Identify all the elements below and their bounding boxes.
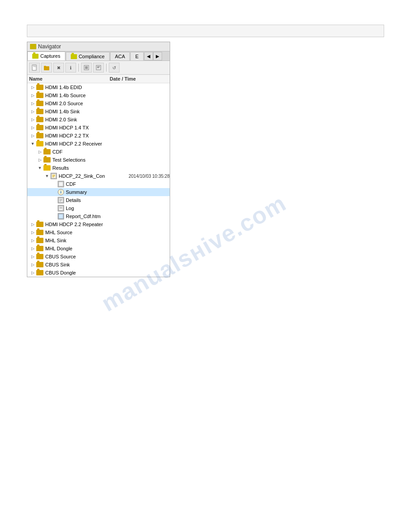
folder-icon-mhl-dongle <box>36 246 43 251</box>
expand-hdmi20-source[interactable]: ▷ <box>29 100 36 107</box>
tree-item-hdmi-hdcp22-repeater[interactable]: ▷ HDMI HDCP 2.2 Repeater <box>27 220 170 228</box>
folder-icon-hdmi20-sink <box>36 117 43 122</box>
navigator-title: Navigator <box>38 43 61 50</box>
tree-item-cbus-sink[interactable]: ▷ CBUS Sink <box>27 261 170 269</box>
label-hdmi14b-source: HDMI 1.4b Source <box>45 93 170 98</box>
expand-cdf-folder[interactable]: ▷ <box>36 148 43 155</box>
folder-icon-hdmi14b-edid <box>36 85 43 90</box>
expand-hdmi20-sink[interactable]: ▷ <box>29 116 36 123</box>
tree-item-cdf-folder[interactable]: ▷ CDF <box>27 148 170 156</box>
toolbar-info-btn[interactable]: ℹ <box>65 63 76 73</box>
tree-item-test-selections[interactable]: ▷ Test Selections <box>27 156 170 164</box>
folder-icon-cbus-dongle <box>36 270 43 275</box>
tree-item-log[interactable]: Log <box>27 204 170 212</box>
label-mhl-dongle: MHL Dongle <box>45 246 170 251</box>
tab-e[interactable]: E <box>130 52 143 60</box>
icon-summary-item: i <box>58 189 64 195</box>
expand-hdmi14b-edid[interactable]: ▷ <box>29 84 36 91</box>
expand-mhl-source[interactable]: ▷ <box>29 229 36 236</box>
toolbar-new-btn[interactable] <box>29 63 40 73</box>
tree-item-hdmi-hdcp14-tx[interactable]: ▷ HDMI HDCP 1.4 TX <box>27 124 170 132</box>
tab-compliance[interactable]: Compliance <box>66 52 110 60</box>
tree-item-report-cdf[interactable]: Report_Cdf.htm <box>27 212 170 220</box>
expand-results-folder[interactable]: ▼ <box>36 164 43 172</box>
label-cbus-source: CBUS Source <box>45 254 170 259</box>
tree-item-mhl-sink[interactable]: ▷ MHL Sink <box>27 236 170 245</box>
tree-item-cbus-source[interactable]: ▷ CBUS Source <box>27 253 170 261</box>
tab-e-label: E <box>135 54 138 59</box>
tab-captures-label: Captures <box>40 53 60 59</box>
tab-aca[interactable]: ACA <box>110 52 130 60</box>
tree-item-mhl-source[interactable]: ▷ MHL Source <box>27 228 170 236</box>
tab-scroll-right[interactable]: ▶ <box>153 52 162 60</box>
column-date: Date / Time <box>110 76 168 82</box>
expand-cbus-sink[interactable]: ▷ <box>29 261 36 268</box>
tab-captures-folder-icon <box>32 54 39 59</box>
label-hdcp22-sink-con: HDCP_22_Sink_Con <box>59 173 127 179</box>
icon-log-item <box>58 205 64 211</box>
expand-hdmi-hdcp22-tx[interactable]: ▷ <box>29 132 36 139</box>
folder-icon-results-folder <box>43 165 51 171</box>
expand-mhl-dongle[interactable]: ▷ <box>29 245 36 252</box>
tree-item-mhl-dongle[interactable]: ▷ MHL Dongle <box>27 245 170 253</box>
label-log: Log <box>66 206 170 211</box>
expand-mhl-sink[interactable]: ▷ <box>29 237 36 244</box>
expand-hdmi-hdcp14-tx[interactable]: ▷ <box>29 124 36 131</box>
tree-item-hdmi14b-edid[interactable]: ▷ HDMI 1.4b EDID <box>27 83 170 91</box>
toolbar-open-btn[interactable] <box>41 63 52 73</box>
date-hdcp22-sink-con: 2014/10/03 10:35:28 <box>128 174 170 179</box>
icon-report-item <box>58 213 64 219</box>
expand-cbus-source[interactable]: ▷ <box>29 253 36 260</box>
label-cbus-dongle: CBUS Dongle <box>45 270 170 275</box>
label-report-cdf: Report_Cdf.htm <box>66 214 170 219</box>
label-mhl-sink: MHL Sink <box>45 238 170 243</box>
svg-rect-1 <box>34 65 36 67</box>
tree-item-summary[interactable]: i Summary <box>27 188 170 196</box>
toolbar-delete-btn[interactable]: ✖ <box>53 63 64 73</box>
label-summary: Summary <box>66 189 170 195</box>
icon-details-item <box>58 197 64 203</box>
folder-icon-mhl-sink <box>36 238 43 243</box>
tree-item-hdmi14b-source[interactable]: ▷ HDMI 1.4b Source <box>27 91 170 99</box>
folder-icon-cdf-folder <box>43 149 51 154</box>
tree-item-hdmi-hdcp22-receiver[interactable]: ▼ HDMI HDCP 2.2 Receiver <box>27 140 170 148</box>
tab-aca-label: ACA <box>115 54 125 59</box>
tree-item-hdmi-hdcp22-tx[interactable]: ▷ HDMI HDCP 2.2 TX <box>27 132 170 140</box>
toolbar-settings2-btn[interactable] <box>93 63 104 73</box>
expand-hdmi-hdcp22-receiver[interactable]: ▼ <box>29 140 36 147</box>
tree-item-results-folder[interactable]: ▼ Results <box>27 164 170 172</box>
tab-captures[interactable]: Captures <box>27 51 65 60</box>
expand-test-selections[interactable]: ▷ <box>36 156 43 163</box>
tree-item-cdf-item[interactable]: CDF <box>27 180 170 188</box>
tree-item-cbus-dongle[interactable]: ▷ CBUS Dongle <box>27 269 170 277</box>
label-hdmi-hdcp22-receiver: HDMI HDCP 2.2 Receiver <box>45 141 170 146</box>
tree-item-hdcp22-sink-con[interactable]: ▼ HDCP_22_Sink_Con 2014/10/03 10:35:28 <box>27 172 170 180</box>
tree-item-hdmi14b-sink[interactable]: ▷ HDMI 1.4b Sink <box>27 107 170 116</box>
label-hdmi14b-sink: HDMI 1.4b Sink <box>45 109 170 114</box>
label-hdmi-hdcp14-tx: HDMI HDCP 1.4 TX <box>45 125 170 130</box>
tab-scroll-left[interactable]: ◀ <box>144 52 153 60</box>
expand-cbus-dongle[interactable]: ▷ <box>29 269 36 276</box>
expand-log <box>51 205 58 212</box>
tab-compliance-label: Compliance <box>79 54 105 59</box>
tree-item-hdmi20-sink[interactable]: ▷ HDMI 2.0 Sink <box>27 116 170 124</box>
label-cbus-sink: CBUS Sink <box>45 262 170 267</box>
svg-rect-3 <box>44 66 46 67</box>
tab-compliance-folder-icon <box>71 54 77 59</box>
column-name: Name <box>29 76 110 82</box>
tree-item-details[interactable]: Details <box>27 196 170 204</box>
expand-hdcp22-sink-con[interactable]: ▼ <box>43 172 51 180</box>
tree-item-hdmi20-source[interactable]: ▷ HDMI 2.0 Source <box>27 99 170 107</box>
folder-icon-hdmi20-source <box>36 101 43 106</box>
expand-hdmi14b-source[interactable]: ▷ <box>29 92 36 99</box>
navigator-window: Navigator Captures Compliance ACA E <box>27 42 170 277</box>
label-results-folder: Results <box>52 165 170 171</box>
toolbar-sep2 <box>106 64 107 72</box>
label-hdmi20-sink: HDMI 2.0 Sink <box>45 117 170 122</box>
toolbar-refresh-btn[interactable]: ↺ <box>109 63 120 73</box>
expand-hdmi-hdcp22-repeater[interactable]: ▷ <box>29 221 36 228</box>
expand-hdmi14b-sink[interactable]: ▷ <box>29 108 36 115</box>
toolbar-settings1-btn[interactable] <box>81 63 92 73</box>
navigator-titlebar: Navigator <box>27 42 170 51</box>
tree-header: Name Date / Time <box>27 75 170 83</box>
